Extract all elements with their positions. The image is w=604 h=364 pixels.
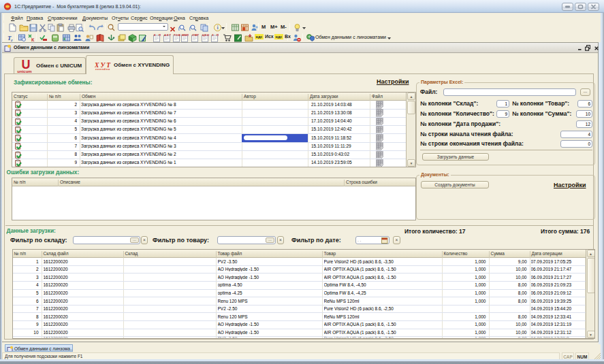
svg-text:ЦЕН: ЦЕН [202, 33, 209, 37]
svg-text:К: К [31, 37, 35, 42]
svg-text:г: г [11, 37, 13, 42]
svg-text:АКТ: АКТ [164, 33, 171, 37]
svg-text:xyvending: xyvending [95, 68, 110, 71]
svg-text:unicum: unicum [17, 69, 31, 73]
svg-text:ТОВ: ТОВ [174, 33, 180, 37]
svg-text:ММЛ: ММЛ [182, 33, 189, 37]
svg-text:СЧЕТ: СЧЕТ [192, 33, 199, 37]
